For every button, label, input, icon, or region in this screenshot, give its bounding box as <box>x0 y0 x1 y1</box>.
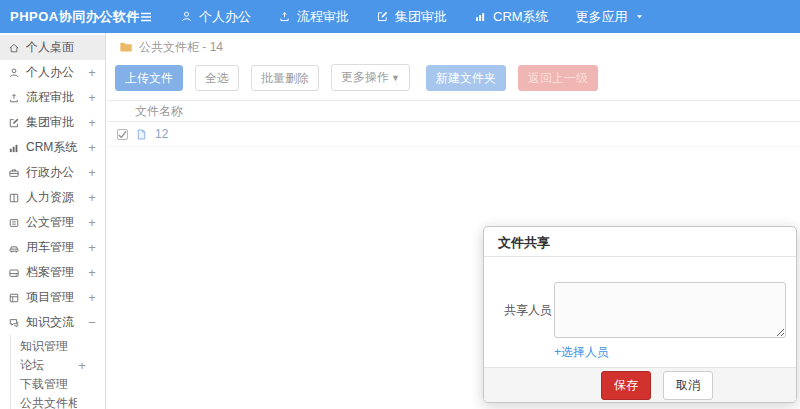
edit-icon <box>376 10 389 23</box>
sidebar-item[interactable]: 个人桌面 <box>0 35 105 60</box>
table-row[interactable]: 12 <box>107 122 800 147</box>
menu-toggle-button[interactable] <box>138 9 154 25</box>
sidebar-subitem-label: 论坛 <box>20 357 77 374</box>
sidebar-item[interactable]: 流程审批 + <box>0 85 105 110</box>
sidebar-item[interactable]: 集团审批 + <box>0 110 105 135</box>
file-table-header: 文件名称 <box>107 100 800 122</box>
car-icon <box>8 242 20 254</box>
upload-file-button[interactable]: 上传文件 <box>115 65 183 91</box>
expand-toggle-icon[interactable]: + <box>87 290 97 305</box>
sidebar-item[interactable]: 公文管理 + <box>0 210 105 235</box>
top-nav: 个人办公 流程审批 集团审批 CRM系统 <box>180 8 645 26</box>
modal-title: 文件共享 <box>484 227 796 257</box>
sidebar-item[interactable]: 人力资源 + <box>0 185 105 210</box>
sidebar-item-label: CRM系统 <box>26 139 81 156</box>
select-people-link[interactable]: +选择人员 <box>554 344 786 361</box>
expand-toggle-icon[interactable]: + <box>77 358 87 373</box>
sidebar-subitem-label: 知识管理 <box>20 338 77 355</box>
nav-item[interactable]: 更多应用 <box>576 8 645 26</box>
share-people-textarea[interactable] <box>554 282 786 338</box>
sidebar-item-label: 档案管理 <box>26 264 81 281</box>
nav-item[interactable]: 个人办公 <box>180 8 251 26</box>
sidebar-item-label: 个人桌面 <box>26 39 81 56</box>
breadcrumb: 公共文件柜 - 14 <box>107 33 800 61</box>
sidebar-item-label: 流程审批 <box>26 89 81 106</box>
expand-toggle-icon[interactable]: + <box>87 190 97 205</box>
file-name-column-header: 文件名称 <box>135 103 183 120</box>
user-icon <box>180 10 193 23</box>
chart-icon <box>8 142 20 154</box>
edit-icon <box>8 117 20 129</box>
sidebar-item[interactable]: 用车管理 + <box>0 235 105 260</box>
expand-toggle-icon[interactable]: + <box>87 265 97 280</box>
chart-icon <box>474 10 487 23</box>
user-icon <box>8 67 20 79</box>
upload-icon <box>8 92 20 104</box>
sidebar-item[interactable]: CRM系统 + <box>0 135 105 160</box>
nav-item[interactable]: 集团审批 <box>376 8 447 26</box>
select-all-button[interactable]: 全选 <box>195 65 239 91</box>
briefcase-icon <box>8 167 20 179</box>
sidebar: 个人桌面 个人办公 + 流程审批 + 集团审批 + <box>0 33 106 409</box>
sidebar-subitem[interactable]: 下载管理 <box>11 375 105 394</box>
save-button[interactable]: 保存 <box>601 371 651 400</box>
sidebar-subitem[interactable]: 论坛 + <box>11 356 105 375</box>
modal-body: 共享人员 +选择人员 <box>484 257 796 367</box>
expand-toggle-icon[interactable]: + <box>87 65 97 80</box>
sidebar-item-label: 行政办公 <box>26 164 81 181</box>
sidebar-submenu-knowledge: 知识管理 论坛 + 下载管理 公共文件柜 <box>10 335 105 409</box>
file-share-modal: 文件共享 共享人员 +选择人员 保存 取消 <box>483 226 797 403</box>
caret-down-icon: ▼ <box>391 73 400 83</box>
go-back-button[interactable]: 返回上一级 <box>518 65 598 91</box>
archive-icon <box>8 267 20 279</box>
upload-icon <box>278 10 291 23</box>
nav-item[interactable]: 流程审批 <box>278 8 349 26</box>
expand-toggle-icon[interactable]: + <box>87 140 97 155</box>
sidebar-item-label: 知识交流 <box>26 314 81 331</box>
modal-footer: 保存 取消 <box>484 367 796 402</box>
hamburger-icon <box>138 9 154 25</box>
batch-delete-button[interactable]: 批量删除 <box>251 65 319 91</box>
sidebar-item-label: 项目管理 <box>26 289 81 306</box>
project-icon <box>8 292 20 304</box>
folder-icon <box>119 40 133 54</box>
expand-toggle-icon[interactable]: − <box>87 315 97 330</box>
nav-item-label: CRM系统 <box>493 8 549 26</box>
expand-toggle-icon[interactable]: + <box>87 165 97 180</box>
sidebar-item-label: 个人办公 <box>26 64 81 81</box>
expand-toggle-icon[interactable]: + <box>87 240 97 255</box>
more-actions-button[interactable]: 更多操作▼ <box>331 64 410 91</box>
expand-toggle-icon[interactable]: + <box>87 215 97 230</box>
breadcrumb-label: 公共文件柜 - 14 <box>139 39 223 56</box>
sidebar-subitem[interactable]: 公共文件柜 <box>11 394 105 409</box>
sidebar-menu: 个人桌面 个人办公 + 流程审批 + 集团审批 + <box>0 35 105 335</box>
document-icon <box>8 217 20 229</box>
sidebar-item[interactable]: 知识交流 − <box>0 310 105 335</box>
sidebar-subitem[interactable]: 知识管理 <box>11 337 105 356</box>
expand-toggle-icon[interactable]: + <box>87 115 97 130</box>
nav-item-label: 更多应用 <box>576 8 628 26</box>
sidebar-subitem-label: 下载管理 <box>20 376 77 393</box>
nav-item-label: 集团审批 <box>395 8 447 26</box>
cancel-button[interactable]: 取消 <box>663 371 713 400</box>
chat-icon <box>8 317 20 329</box>
new-folder-button[interactable]: 新建文件夹 <box>426 65 506 91</box>
top-header: PHPOA协同办公软件 个人办公 流程审批 集团审批 <box>0 0 800 33</box>
sidebar-item[interactable]: 行政办公 + <box>0 160 105 185</box>
toolbar: 上传文件 全选 批量删除 更多操作▼ 新建文件夹 返回上一级 <box>107 61 800 100</box>
home-icon <box>8 42 20 54</box>
sidebar-item-label: 用车管理 <box>26 239 81 256</box>
sidebar-item[interactable]: 个人办公 + <box>0 60 105 85</box>
more-actions-label: 更多操作 <box>341 70 389 84</box>
sidebar-item[interactable]: 档案管理 + <box>0 260 105 285</box>
file-name-link[interactable]: 12 <box>155 127 168 141</box>
app-logo: PHPOA协同办公软件 <box>0 8 138 26</box>
file-icon <box>135 128 148 141</box>
sidebar-subitem-label: 公共文件柜 <box>20 395 77 409</box>
expand-toggle-icon[interactable]: + <box>87 90 97 105</box>
book-icon <box>8 192 20 204</box>
share-people-label: 共享人员 <box>504 282 554 338</box>
sidebar-item[interactable]: 项目管理 + <box>0 285 105 310</box>
nav-item[interactable]: CRM系统 <box>474 8 549 26</box>
row-checkbox[interactable] <box>117 129 128 140</box>
